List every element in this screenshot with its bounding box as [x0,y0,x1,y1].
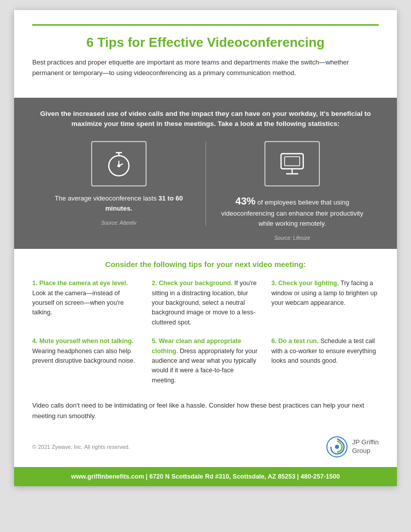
stat1-text: The average videoconference lasts 31 to … [42,193,195,213]
tip-5-number: 5. [152,338,157,345]
tips-grid: 1. Place the camera at eye level. Look a… [32,279,379,385]
tips-section: Consider the following tips for your nex… [14,249,397,395]
top-divider [32,24,379,26]
tip-3-label: Check your lighting. [279,280,339,287]
stat1-source: Source: Attentiv [101,220,136,226]
tip-1-number: 1. [32,280,37,287]
tip-2-number: 2. [152,280,157,287]
closing-text-area: Video calls don't need to be intimidatin… [14,395,397,431]
stats-row: The average videoconference lasts 31 to … [32,141,379,241]
stat2-source: Source: Lifesize [275,235,310,241]
copyright-text: © 2021 Zywave, Inc. All rights reserved. [32,444,130,450]
stat-col-1: The average videoconference lasts 31 to … [32,141,206,226]
svg-point-5 [118,165,120,167]
tip-3: 3. Check your lighting. Try facing a win… [271,279,379,327]
tip-4-body: Wearing headphones can also help prevent… [32,348,135,364]
tip-4-label: Mute yourself when not talking. [39,338,133,345]
footer-logo-area: © 2021 Zywave, Inc. All rights reserved.… [14,431,397,467]
tip-6-label: Do a test run. [279,338,319,345]
tip-6: 6. Do a test run. Schedule a test call w… [271,337,379,385]
tip-2: 2. Check your background. If you're sitt… [152,279,259,327]
tips-heading: Consider the following tips for your nex… [32,260,379,269]
stats-section: Given the increased use of video calls a… [14,98,397,249]
tip-5: 5. Wear clean and appropriate clothing. … [152,337,259,385]
stats-intro: Given the increased use of video calls a… [32,109,379,129]
tip-1: 1. Place the camera at eye level. Look a… [32,279,140,327]
page: 6 Tips for Effective Videoconferencing B… [14,10,397,486]
tip-6-number: 6. [271,338,277,345]
tip-3-number: 3. [271,280,277,287]
footer-bar: www.griffinbenefits.com | 6720 N Scottsd… [14,467,397,486]
jp-griffin-logo-icon [326,436,348,458]
stat-col-2: 43% of employees believe that using vide… [206,141,379,241]
footer-contact-info: www.griffinbenefits.com | 6720 N Scottsd… [71,473,339,480]
logo-text: JP Griffin Group [352,438,379,455]
timer-icon [104,149,134,179]
svg-rect-9 [285,157,300,166]
top-section: 6 Tips for Effective Videoconferencing B… [14,10,397,89]
page-title: 6 Tips for Effective Videoconferencing [32,35,379,50]
tip-1-body: Look at the camera—instead of yourself o… [32,290,124,316]
monitor-icon-box [264,141,320,186]
intro-text: Best practices and proper etiquette are … [32,57,379,79]
tip-1-label: Place the camera at eye level. [39,280,128,287]
tip-4-number: 4. [32,338,37,345]
closing-paragraph: Video calls don't need to be intimidatin… [32,401,379,422]
logo-area: JP Griffin Group [326,436,379,458]
stat2-text: 43% of employees believe that using vide… [216,193,369,228]
timer-icon-box [91,141,147,186]
tip-2-label: Check your background. [159,280,233,287]
monitor-icon [277,149,307,179]
tip-4: 4. Mute yourself when not talking. Weari… [32,337,140,385]
svg-point-11 [335,445,339,449]
